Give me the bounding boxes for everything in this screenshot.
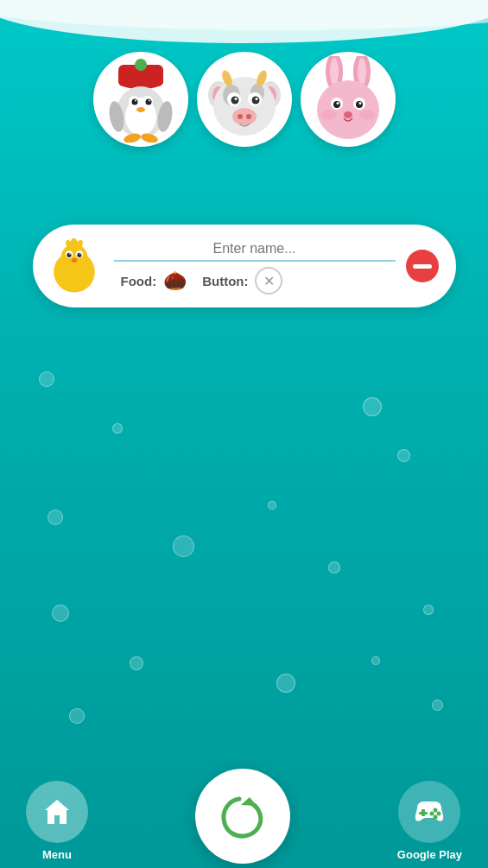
svg-point-37 (358, 58, 366, 86)
bottom-bar: Menu Google Play (0, 773, 488, 868)
svg-rect-62 (419, 812, 428, 814)
svg-point-2 (135, 59, 147, 71)
penguin-avatar[interactable] (93, 52, 188, 147)
svg-point-10 (149, 100, 150, 102)
svg-point-64 (437, 811, 441, 815)
svg-point-36 (330, 58, 339, 86)
gamepad-icon (412, 795, 447, 829)
svg-point-66 (434, 814, 438, 819)
svg-point-42 (356, 101, 363, 108)
svg-point-9 (135, 100, 136, 102)
svg-point-38 (317, 80, 379, 139)
google-play-button[interactable]: Google Play (397, 781, 462, 861)
food-emoji: 🌰 (163, 269, 187, 292)
svg-point-47 (359, 110, 375, 120)
svg-point-53 (77, 253, 81, 257)
svg-point-45 (344, 111, 352, 118)
google-play-label: Google Play (397, 848, 462, 861)
x-button[interactable]: ✕ (255, 267, 282, 295)
svg-point-52 (67, 253, 71, 257)
svg-marker-60 (241, 797, 257, 806)
play-button[interactable] (195, 769, 290, 864)
avatars-row (93, 52, 396, 147)
rabbit-avatar[interactable] (301, 52, 396, 147)
food-label: Food: (121, 274, 157, 288)
svg-point-46 (321, 110, 337, 120)
svg-point-29 (234, 98, 237, 100)
svg-point-63 (434, 808, 438, 812)
svg-point-33 (246, 114, 251, 119)
remove-button[interactable] (406, 250, 439, 282)
minus-icon (413, 264, 432, 269)
svg-point-8 (145, 99, 151, 105)
svg-point-27 (231, 97, 238, 105)
play-arrow-icon (219, 793, 266, 840)
svg-point-65 (430, 811, 434, 815)
menu-label: Menu (42, 848, 72, 861)
svg-point-31 (232, 108, 257, 125)
menu-button[interactable]: Menu (26, 781, 88, 861)
svg-point-11 (136, 107, 145, 112)
svg-point-43 (336, 102, 339, 105)
svg-point-54 (69, 253, 71, 255)
house-icon (41, 796, 73, 827)
cow-avatar[interactable] (197, 52, 292, 147)
gamepad-icon-circle (398, 781, 460, 843)
svg-point-32 (238, 114, 243, 119)
svg-point-20 (213, 77, 276, 136)
svg-point-41 (333, 101, 340, 108)
name-input-section: Food: 🌰 Button: ✕ (114, 238, 396, 295)
svg-point-44 (358, 102, 361, 105)
svg-point-30 (255, 98, 257, 100)
chick-icon (45, 237, 104, 295)
svg-point-28 (251, 97, 259, 105)
svg-point-55 (79, 253, 80, 255)
menu-icon-circle (26, 781, 88, 843)
name-input[interactable] (114, 238, 396, 262)
svg-point-56 (71, 258, 77, 263)
svg-point-7 (131, 99, 137, 105)
input-card: Food: 🌰 Button: ✕ (33, 225, 456, 307)
button-label: Button: (202, 274, 248, 288)
